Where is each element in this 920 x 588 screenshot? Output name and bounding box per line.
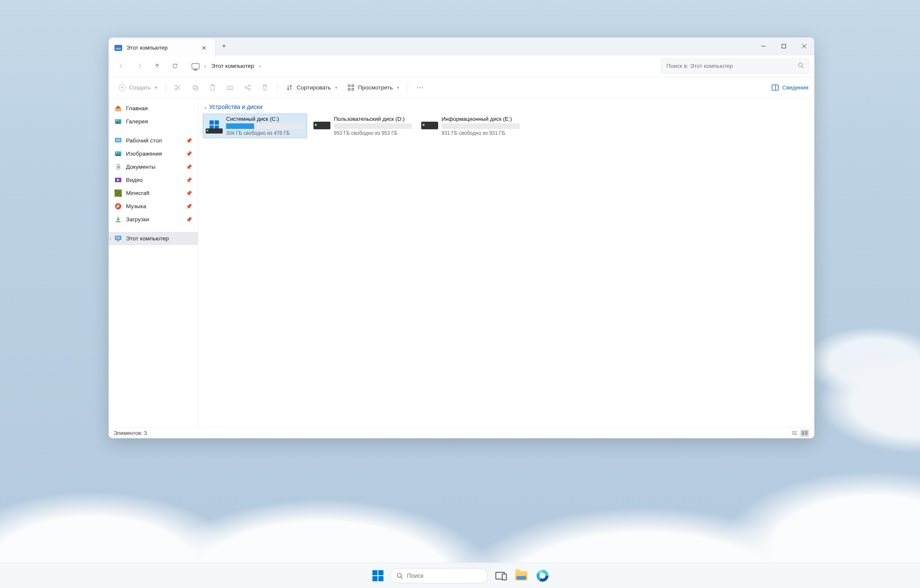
pin-icon: 📌 [186,151,192,157]
start-button[interactable] [369,567,387,585]
svg-point-16 [249,89,250,90]
svg-rect-21 [772,85,778,90]
sidebar-home[interactable]: Главная [109,102,198,115]
folder-icon [515,571,527,580]
svg-rect-8 [193,85,197,89]
nav-up-button[interactable] [149,59,165,74]
drive-name: Пользовательский диск (D:) [334,116,412,122]
statusbar: Элементов: 3 [109,427,814,438]
hdd-icon [421,122,438,129]
create-button[interactable]: + Создать ▾ [115,82,161,94]
download-icon [115,216,122,223]
pictures-icon [115,150,122,157]
body: Главная Галерея Рабочий стол 📌 Изображен… [109,98,814,427]
tab-this-pc[interactable]: Этот компьютер ✕ [109,39,215,56]
drive-free-text: 931 ГБ свободно из 931 ГБ [442,130,520,136]
search-box[interactable] [661,59,809,74]
section-devices-header[interactable]: ⌄ Устройства и диски [203,102,810,114]
chevron-down-icon: ▾ [397,85,399,90]
chevron-right-icon: › [259,63,261,69]
pin-icon: 📌 [186,164,192,170]
close-button[interactable] [794,37,814,55]
sort-button[interactable]: Сортировать ▾ [282,81,341,94]
sidebar-label: Загрузки [126,216,149,223]
toolbar: + Создать ▾ Сортировать ▾ Просмотреть ▾ … [109,77,814,98]
svg-rect-17 [348,85,350,86]
sidebar: Главная Галерея Рабочий стол 📌 Изображен… [109,98,199,427]
taskbar-search[interactable] [390,568,488,583]
sidebar-label: Музыка [126,203,146,209]
nav-forward-button[interactable] [131,59,147,74]
this-pc-icon [115,235,122,242]
drive-name: Системный диск (C:) [226,116,304,122]
sidebar-quick-documents[interactable]: Документы 📌 [109,160,198,173]
svg-point-24 [116,120,117,121]
this-pc-icon [115,45,122,51]
list-view-button[interactable] [790,429,799,437]
rename-button[interactable] [222,81,238,94]
task-view-button[interactable] [491,567,509,585]
view-button[interactable]: Просмотреть ▾ [343,81,403,94]
file-explorer-window: Этот компьютер ✕ ＋ [109,37,814,438]
sidebar-gallery[interactable]: Галерея [109,115,198,128]
sidebar-this-pc[interactable]: › Этот компьютер [109,232,198,245]
drive-free-text: 953 ГБ свободно из 953 ГБ [334,130,412,136]
sidebar-quick-pictures[interactable]: Изображения 📌 [109,147,198,160]
copy-button[interactable] [187,81,203,94]
paste-button[interactable] [205,81,221,94]
chevron-right-icon[interactable]: › [109,236,111,241]
tiles-view-button[interactable] [800,429,809,437]
maximize-button[interactable] [774,37,794,55]
svg-rect-40 [116,237,121,239]
delete-button[interactable] [257,81,273,94]
svg-rect-29 [117,166,120,167]
taskbar-edge[interactable] [534,567,551,585]
tab-close-button[interactable]: ✕ [199,43,209,53]
drive-item[interactable]: Информационный диск (E:)931 ГБ свободно … [418,114,523,138]
cut-button[interactable] [170,81,186,94]
sidebar-quick-downloads[interactable]: Загрузки 📌 [109,213,198,226]
address-bar[interactable]: › Этот компьютер › [187,59,656,74]
sidebar-quick-videos[interactable]: Видео 📌 [109,173,198,187]
address-location: Этот компьютер [211,63,254,69]
svg-rect-38 [116,221,120,222]
nav-refresh-button[interactable] [167,59,182,74]
nav-back-button[interactable] [114,59,129,74]
new-tab-button[interactable]: ＋ [215,37,232,55]
drive-usage-bar [334,123,412,129]
sidebar-label: Minecraft [126,190,150,196]
svg-line-5 [802,66,804,68]
svg-point-49 [397,573,401,577]
drive-item[interactable]: Пользовательский диск (D:)953 ГБ свободн… [310,114,415,138]
details-pane-button[interactable]: Сведения [772,84,808,91]
share-button[interactable] [240,81,255,94]
more-button[interactable]: ⋯ [412,81,428,94]
search-icon [397,572,403,579]
pin-icon: 📌 [186,203,192,209]
svg-point-28 [116,152,117,153]
svg-rect-1 [782,44,786,48]
pin-icon: 📌 [186,177,192,183]
gallery-icon [115,118,122,125]
sidebar-quick-minecraft[interactable]: Minecraft 📌 [109,187,198,200]
svg-rect-18 [352,85,354,86]
sidebar-label: Рабочий стол [126,137,162,144]
separator [408,83,408,93]
drive-item[interactable]: Системный диск (C:)304 ГБ свободно из 47… [203,114,307,138]
taskbar [0,563,920,588]
sort-label: Сортировать [296,84,331,91]
svg-point-14 [245,86,246,88]
chevron-down-icon: ▾ [335,85,337,90]
system-drive-icon [206,117,223,134]
taskbar-search-input[interactable] [407,572,481,579]
separator [277,83,277,93]
plus-circle-icon: + [119,84,126,91]
taskbar-file-explorer[interactable] [512,567,530,585]
pin-icon: 📌 [186,217,192,223]
sidebar-quick-desktop[interactable]: Рабочий стол 📌 [109,134,198,147]
navbar: › Этот компьютер › [109,55,814,77]
svg-rect-19 [348,89,350,90]
search-input[interactable] [666,63,794,69]
minimize-button[interactable] [753,37,774,55]
sidebar-quick-music[interactable]: Музыка 📌 [109,200,198,213]
